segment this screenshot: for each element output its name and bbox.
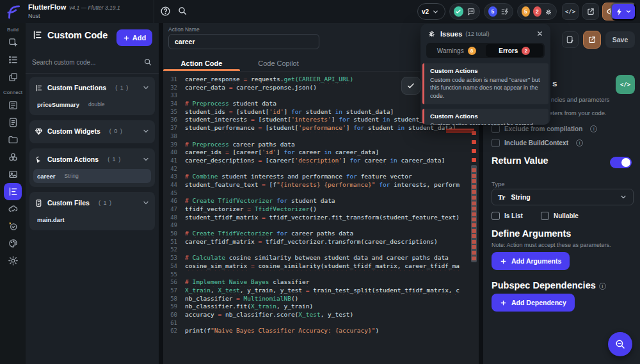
action-log-icon[interactable]: [500, 7, 509, 17]
error-mark: [472, 168, 476, 172]
rail-media-assets-icon[interactable]: [0, 166, 26, 183]
code-line[interactable]: 38: [163, 132, 479, 141]
info-icon[interactable]: i: [576, 139, 583, 146]
rail-settings-icon[interactable]: [0, 252, 26, 269]
code-line[interactable]: 55: [163, 271, 479, 279]
search-icon[interactable]: [177, 5, 188, 17]
line-number: 45: [163, 189, 185, 198]
code-mode-icon[interactable]: </>: [616, 75, 635, 94]
section-label: Custom Widgets: [47, 127, 100, 135]
rail-content-icon[interactable]: [0, 131, 26, 148]
info-icon[interactable]: i: [590, 125, 597, 132]
exclude-from-compilation-checkbox[interactable]: [492, 125, 500, 133]
return-value-toggle[interactable]: [610, 157, 632, 168]
code-line[interactable]: 50# Create TfidfVectorizer for career pa…: [163, 230, 479, 238]
rail-pages-icon[interactable]: [0, 68, 26, 86]
view-code-icon[interactable]: </>: [562, 3, 579, 20]
error-mark: [472, 212, 476, 216]
tab-warnings[interactable]: Warnings 8: [428, 44, 486, 57]
section-header[interactable]: Custom Widgets( 0 ): [29, 123, 155, 139]
issue-item[interactable]: Custom ActionsCustom code action is name…: [422, 63, 548, 104]
is-list-checkbox[interactable]: [492, 212, 500, 220]
help-icon[interactable]: [159, 5, 171, 17]
rail-cloud-functions-icon[interactable]: [0, 200, 26, 218]
code-line[interactable]: 52: [163, 246, 479, 254]
format-code-icon[interactable]: [562, 31, 579, 48]
code-line[interactable]: 37student_performance = [student['perfor…: [163, 124, 479, 132]
code-line[interactable]: 40career_ids = [career['id'] for career …: [163, 148, 479, 157]
validate-code-button[interactable]: [401, 77, 420, 95]
tab-errors[interactable]: Errors 2: [486, 44, 544, 57]
sync-check-icon[interactable]: [454, 6, 463, 17]
tab-code-copilot[interactable]: Code Copilot: [240, 54, 317, 72]
bug-icon: [545, 7, 552, 17]
code-text: # Create TfidfVectorizer for career path…: [185, 230, 479, 238]
section-header[interactable]: Custom Actions( 1 ): [29, 151, 155, 168]
rail-custom-code-icon[interactable]: [0, 183, 26, 200]
environment-label: v2: [422, 8, 429, 15]
comments-icon[interactable]: [467, 7, 476, 17]
section-header[interactable]: Custom Functions( 1 ): [29, 79, 155, 96]
share-icon[interactable]: [582, 3, 599, 20]
code-line[interactable]: 51career_tfidf_matrix = tfidf_vectorizer…: [163, 238, 479, 246]
section-header[interactable]: Custom Files( 1 ): [29, 194, 155, 211]
code-line[interactable]: 57X_train, X_test, y_train, y_test = tra…: [163, 287, 479, 295]
flutterflow-logo-icon[interactable]: [5, 3, 22, 20]
search-icon[interactable]: [143, 58, 152, 67]
info-icon[interactable]: i: [599, 283, 606, 290]
rail-integrations-icon[interactable]: [0, 148, 26, 166]
code-line[interactable]: 43# Combine student interests and perfor…: [163, 173, 479, 181]
rail-widget-palette-icon[interactable]: [0, 34, 26, 51]
rail-widget-tree-icon[interactable]: [0, 51, 26, 68]
lightning-icon: [615, 8, 623, 16]
close-icon[interactable]: [536, 30, 543, 37]
action-settings-heading-fragment: s: [552, 79, 557, 88]
code-line[interactable]: 44student_feature_text = [f"{interests} …: [163, 181, 479, 189]
add-custom-code-button[interactable]: Add: [116, 29, 152, 46]
code-line[interactable]: 48student_tfidf_matrix = tfidf_vectorize…: [163, 214, 479, 222]
exclude-from-compilation-row: Exclude from compilation i: [492, 125, 597, 133]
save-button[interactable]: Save: [605, 31, 635, 48]
code-line[interactable]: 56# Implement Naive Bayes classifier: [163, 278, 479, 287]
code-line[interactable]: 61: [163, 319, 479, 328]
open-in-editor-icon[interactable]: [583, 31, 601, 49]
nullable-checkbox[interactable]: [541, 212, 549, 220]
run-button[interactable]: [611, 3, 636, 20]
code-line[interactable]: 53# Calculate cosine similarity between …: [163, 254, 479, 262]
code-line[interactable]: 54cosine_sim_matrix = cosine_similarity(…: [163, 262, 479, 271]
code-line[interactable]: 41career_descriptions = [career['descrip…: [163, 157, 479, 165]
rail-firestore-icon[interactable]: [0, 97, 26, 114]
custom-code-item[interactable]: careerString: [33, 169, 151, 183]
return-type-dropdown[interactable]: Tr String: [492, 189, 634, 205]
include-buildcontext-checkbox[interactable]: [492, 139, 500, 147]
issues-group[interactable]: 5 2: [517, 3, 557, 20]
code-line[interactable]: 42: [163, 165, 479, 173]
code-line[interactable]: 60accuracy = nb_classifier.score(X_test,…: [163, 311, 479, 319]
add-arguments-button[interactable]: Add Arguments: [492, 252, 570, 270]
rail-automations-icon[interactable]: [0, 218, 26, 235]
action-name-input[interactable]: [168, 34, 319, 49]
issue-item[interactable]: Custom ActionsCustom action career canno…: [422, 109, 548, 125]
code-line[interactable]: 39# Preprocess career paths data: [163, 141, 479, 149]
code-line[interactable]: 47tfidf_vectorizer = TfidfVectorizer(): [163, 205, 479, 214]
custom-code-item[interactable]: main.dart: [33, 212, 151, 226]
code-line[interactable]: 45: [163, 189, 479, 198]
custom-code-panel: Custom Code Add Custom Functions( 1 )pri…: [26, 23, 159, 364]
add-dependency-button[interactable]: Add Dependency: [492, 294, 575, 312]
code-line[interactable]: 46# Create TfidfVectorizer for student d…: [163, 197, 479, 205]
plus-icon: [123, 35, 130, 42]
code-line[interactable]: 62print(f"Naive Bayes Classifier Accurac…: [163, 327, 479, 335]
rail-theme-icon[interactable]: [0, 235, 26, 252]
line-number: 50: [163, 230, 185, 238]
zoom-preview-button[interactable]: [608, 332, 632, 356]
custom-code-item[interactable]: priceSummarydouble: [33, 97, 151, 111]
toggle-knob: [621, 158, 630, 167]
line-number: 46: [163, 197, 185, 205]
rail-data-types-icon[interactable]: [0, 114, 26, 131]
environment-selector[interactable]: v2: [417, 3, 445, 20]
code-text: [185, 319, 479, 328]
code-line[interactable]: 58nb_classifier = MultinomialNB(): [163, 295, 479, 303]
search-input[interactable]: [32, 59, 143, 66]
code-line[interactable]: 59nb_classifier.fit(X_train, y_train): [163, 303, 479, 311]
code-line[interactable]: 49: [163, 221, 479, 230]
